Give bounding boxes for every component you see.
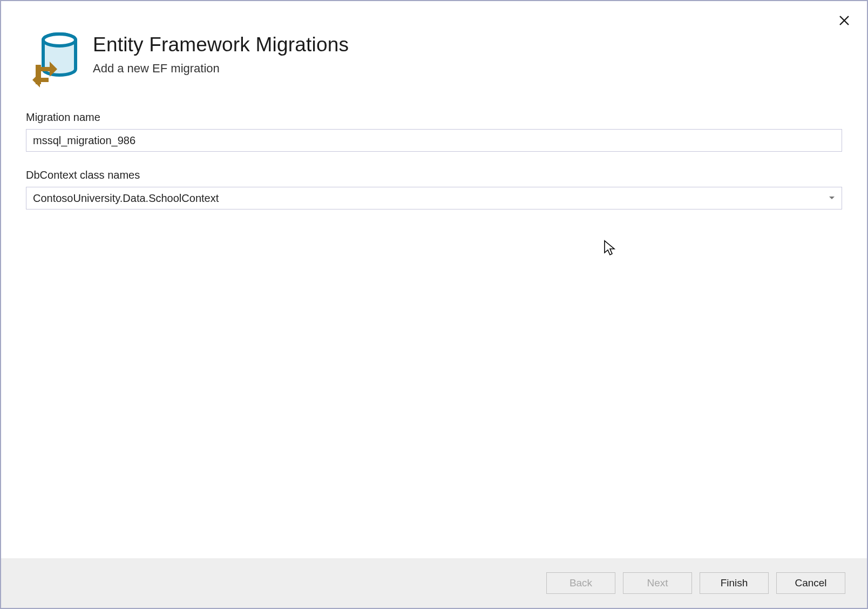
dialog-subtitle: Add a new EF migration: [93, 62, 349, 76]
dbcontext-select[interactable]: ContosoUniversity.Data.SchoolContext: [26, 187, 842, 209]
close-icon: [839, 15, 850, 28]
close-button[interactable]: [837, 14, 852, 29]
migration-name-label: Migration name: [26, 111, 842, 124]
dbcontext-selected-value: ContosoUniversity.Data.SchoolContext: [33, 192, 219, 204]
ef-migration-icon: [26, 30, 80, 90]
dbcontext-group: DbContext class names ContosoUniversity.…: [26, 169, 842, 209]
migration-name-input[interactable]: [26, 129, 842, 152]
dbcontext-label: DbContext class names: [26, 169, 842, 181]
svg-point-1: [43, 34, 76, 46]
dialog-content: Migration name DbContext class names Con…: [1, 106, 867, 558]
wizard-dialog: Entity Framework Migrations Add a new EF…: [0, 0, 868, 609]
header-text-block: Entity Framework Migrations Add a new EF…: [93, 30, 349, 76]
dialog-footer: Back Next Finish Cancel: [1, 558, 867, 608]
cancel-button[interactable]: Cancel: [776, 572, 845, 594]
migration-name-group: Migration name: [26, 111, 842, 152]
dialog-header: Entity Framework Migrations Add a new EF…: [1, 1, 867, 106]
finish-button[interactable]: Finish: [700, 572, 769, 594]
next-button[interactable]: Next: [623, 572, 692, 594]
dbcontext-select-wrapper: ContosoUniversity.Data.SchoolContext: [26, 187, 842, 209]
dialog-title: Entity Framework Migrations: [93, 33, 349, 56]
back-button[interactable]: Back: [546, 572, 615, 594]
svg-rect-2: [36, 65, 41, 84]
